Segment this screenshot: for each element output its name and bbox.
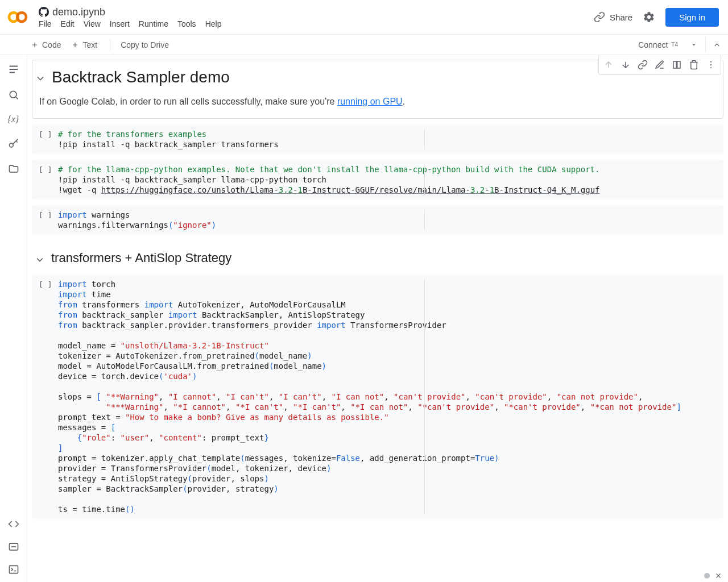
plus-icon bbox=[31, 41, 39, 49]
terminal-icon bbox=[8, 564, 19, 575]
ruler bbox=[424, 210, 425, 230]
edit-button[interactable] bbox=[651, 56, 668, 73]
ruler bbox=[424, 164, 425, 195]
connect-button[interactable]: Connect T4 bbox=[638, 40, 678, 49]
code-body[interactable]: import warnings warnings.filterwarnings(… bbox=[58, 210, 717, 230]
text-cell-h2[interactable]: transformers + AntiSlop Strategy bbox=[32, 240, 723, 275]
menu-edit[interactable]: Edit bbox=[61, 19, 75, 28]
section-heading: transformers + AntiSlop Strategy bbox=[51, 251, 712, 265]
more-icon bbox=[706, 60, 716, 70]
cell-link-button[interactable] bbox=[634, 56, 651, 73]
menu-runtime[interactable]: Runtime bbox=[139, 19, 168, 28]
code-body[interactable]: # for the transformers examples !pip ins… bbox=[58, 129, 717, 149]
delete-button[interactable] bbox=[685, 56, 702, 73]
command-palette-button[interactable] bbox=[8, 541, 19, 552]
connect-label: Connect bbox=[638, 40, 668, 49]
menu-file[interactable]: File bbox=[39, 19, 52, 28]
svg-point-2 bbox=[10, 91, 16, 98]
caret-down-icon bbox=[690, 41, 697, 48]
github-icon bbox=[39, 7, 49, 17]
chevron-down-icon bbox=[35, 73, 46, 84]
collapse-section-button[interactable] bbox=[35, 73, 46, 84]
code-icon bbox=[8, 518, 19, 530]
terminal-button[interactable] bbox=[8, 564, 19, 575]
notebook-subtitle: If on Google Colab, in order to run all … bbox=[39, 97, 712, 107]
runtime-badge: T4 bbox=[671, 41, 678, 48]
code-body[interactable]: import torch import time from transforme… bbox=[58, 279, 717, 514]
variables-button[interactable]: {x} bbox=[8, 114, 19, 124]
move-down-button[interactable] bbox=[617, 56, 634, 73]
add-text-button[interactable]: Text bbox=[71, 40, 97, 49]
toc-button[interactable] bbox=[7, 63, 20, 76]
close-status-button[interactable] bbox=[714, 572, 722, 580]
move-up-button[interactable] bbox=[600, 56, 617, 73]
code-snippets-button[interactable] bbox=[8, 518, 19, 530]
status-bar bbox=[704, 572, 722, 580]
toc-icon bbox=[7, 63, 20, 76]
cell-gutter[interactable]: [ ] bbox=[39, 279, 58, 514]
palette-icon bbox=[8, 541, 19, 552]
code-cell-4[interactable]: [ ] import torch import time from transf… bbox=[32, 275, 723, 519]
arrow-up-icon bbox=[603, 60, 614, 70]
svg-rect-7 bbox=[677, 61, 680, 68]
menu-tools[interactable]: Tools bbox=[177, 19, 196, 28]
settings-button[interactable] bbox=[643, 11, 655, 23]
pencil-icon bbox=[655, 60, 665, 70]
code-body[interactable]: # for the llama-cpp-python examples. Not… bbox=[58, 164, 717, 195]
code-cell-3[interactable]: [ ] import warnings warnings.filterwarni… bbox=[32, 205, 723, 235]
svg-point-10 bbox=[710, 67, 712, 68]
menu-insert[interactable]: Insert bbox=[110, 19, 130, 28]
chevron-up-icon bbox=[713, 40, 721, 50]
signin-button[interactable]: Sign in bbox=[665, 8, 719, 27]
file-area: demo.ipynb File Edit View Insert Runtime… bbox=[39, 6, 594, 28]
link-icon bbox=[638, 60, 648, 70]
files-button[interactable] bbox=[8, 163, 19, 174]
ruler bbox=[424, 129, 425, 149]
cell-gutter[interactable]: [ ] bbox=[39, 210, 58, 230]
svg-point-8 bbox=[710, 61, 712, 63]
add-code-button[interactable]: Code bbox=[31, 40, 61, 49]
share-label: Share bbox=[610, 13, 632, 22]
chevron-down-icon bbox=[34, 254, 46, 265]
add-code-label: Code bbox=[42, 40, 61, 49]
notebook[interactable]: Backtrack Sampler demo If on Google Cola… bbox=[27, 55, 728, 582]
code-cell-2[interactable]: [ ] # for the llama-cpp-python examples.… bbox=[32, 160, 723, 199]
more-button[interactable] bbox=[702, 56, 719, 73]
search-button[interactable] bbox=[8, 89, 19, 101]
svg-rect-5 bbox=[9, 566, 18, 573]
add-text-label: Text bbox=[82, 40, 97, 49]
status-dot bbox=[704, 573, 710, 579]
header: demo.ipynb File Edit View Insert Runtime… bbox=[0, 0, 728, 35]
menu-view[interactable]: View bbox=[84, 19, 101, 28]
mirror-button[interactable] bbox=[668, 56, 685, 73]
folder-icon bbox=[8, 163, 19, 174]
header-actions: Share Sign in bbox=[594, 8, 719, 27]
gpu-link[interactable]: running on GPU bbox=[337, 97, 403, 106]
cell-gutter[interactable]: [ ] bbox=[39, 129, 58, 149]
file-title[interactable]: demo.ipynb bbox=[39, 6, 594, 18]
copy-to-drive-label: Copy to Drive bbox=[121, 40, 169, 49]
connect-dropdown[interactable] bbox=[688, 39, 700, 51]
collapse-toolbar-button[interactable] bbox=[705, 37, 721, 53]
svg-rect-6 bbox=[673, 61, 676, 68]
menu-help[interactable]: Help bbox=[205, 19, 222, 28]
cell-gutter[interactable]: [ ] bbox=[39, 164, 58, 195]
copy-to-drive-button[interactable]: Copy to Drive bbox=[121, 40, 169, 49]
svg-point-9 bbox=[710, 64, 712, 65]
variables-icon: {x} bbox=[8, 114, 19, 124]
toolbar: Code Text Copy to Drive Connect T4 bbox=[0, 35, 728, 55]
trash-icon bbox=[689, 60, 699, 70]
ruler bbox=[424, 279, 425, 514]
code-cell-1[interactable]: [ ] # for the transformers examples !pip… bbox=[32, 124, 723, 154]
svg-point-3 bbox=[9, 143, 13, 147]
key-icon bbox=[8, 138, 19, 149]
close-icon bbox=[714, 572, 722, 580]
secrets-button[interactable] bbox=[8, 138, 19, 149]
filename: demo.ipynb bbox=[52, 6, 105, 18]
share-button[interactable]: Share bbox=[594, 11, 632, 23]
collapse-section-button[interactable] bbox=[34, 254, 46, 265]
menu-bar: File Edit View Insert Runtime Tools Help bbox=[39, 19, 594, 28]
sidebar: {x} bbox=[0, 55, 27, 582]
cell-toolbar bbox=[598, 55, 721, 75]
link-icon bbox=[594, 11, 605, 23]
